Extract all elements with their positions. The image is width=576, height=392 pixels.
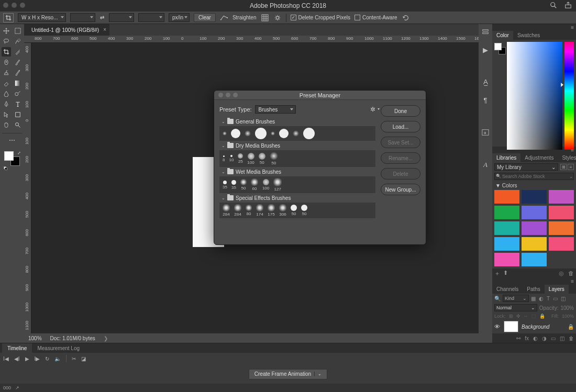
zoom-level[interactable]: 100% [28,335,42,341]
filter-type-icon[interactable]: T [547,296,550,301]
tab-measurement-log[interactable]: Measurement Log [32,343,85,353]
edit-toolbar-icon[interactable]: ⋯ [0,137,24,144]
dialog-traffic-lights[interactable] [218,93,238,97]
brush-preset[interactable]: 284 [234,204,241,217]
brush-preset[interactable]: 284 [223,204,230,217]
overlay-options-icon[interactable] [261,14,269,22]
history-panel-icon[interactable] [481,27,490,37]
tab-color[interactable]: Color [492,31,513,40]
brush-preset[interactable]: 25 [238,153,243,164]
tab-paths[interactable]: Paths [523,285,545,294]
brush-tool[interactable] [13,58,23,67]
clone-stamp-tool[interactable] [2,68,11,77]
blend-mode-dropdown[interactable]: Normal⌄ [494,304,537,311]
tab-timeline[interactable]: Timeline [2,343,32,353]
gradient-tool[interactable] [13,79,23,88]
library-swatch[interactable] [522,237,547,251]
brush-group-header[interactable]: ⌄Special Effects Brushes [219,193,375,203]
brush-group-header[interactable]: ⌄Wet Media Brushes [219,167,375,176]
brush-preset[interactable]: 60 [251,178,258,191]
audio-icon[interactable]: 🔈 [54,356,61,362]
type-tool[interactable] [13,99,23,109]
tab-styles[interactable]: Styles [558,153,576,162]
crop-tool-preset-icon[interactable] [3,13,14,23]
add-library-icon[interactable]: ＋ [494,270,500,277]
first-frame-icon[interactable]: I◀ [3,356,9,362]
brush-preset[interactable] [245,130,251,137]
brush-preset[interactable] [303,128,315,139]
rename-button[interactable]: Rename... [381,152,420,164]
preset-settings-icon[interactable]: ✲ [370,106,375,113]
quick-select-tool[interactable] [13,37,23,46]
document-tab[interactable]: Untitled-1 @ 100% (RGB/8#)× [24,24,109,36]
doc-info[interactable]: Doc: 1.01M/0 bytes [50,335,95,341]
crop-height-field[interactable] [109,13,134,22]
brush-preset[interactable]: 10 [229,155,234,162]
loop-icon[interactable]: ↻ [45,356,49,362]
tab-adjustments[interactable]: Adjustments [520,153,558,162]
marquee-tool[interactable] [13,26,23,36]
library-search-input[interactable]: Search Adobe Stock⌄ [494,173,574,180]
new-layer-icon[interactable]: ◫ [560,335,564,341]
split-icon[interactable]: ✂ [72,356,76,362]
preset-type-dropdown[interactable]: Brushes [255,105,296,114]
tab-libraries[interactable]: Libraries [492,153,520,162]
brush-preset[interactable] [231,129,240,138]
mask-icon[interactable]: ◐ [533,335,538,341]
library-swatch[interactable] [522,253,547,266]
color-panel[interactable] [492,40,576,147]
resolution-field[interactable] [138,13,164,22]
brush-preset[interactable]: 50 [240,179,247,191]
brush-preset[interactable] [223,131,227,136]
character-styles-panel-icon[interactable]: A [481,160,490,170]
crop-width-field[interactable] [70,13,95,22]
brush-preset[interactable]: 100 [247,153,254,165]
view-list-icon[interactable]: ≡ [568,164,574,170]
group-icon[interactable]: ▭ [551,335,556,341]
brush-preset[interactable]: 174 [256,204,263,217]
history-brush-tool[interactable] [13,68,23,77]
clear-button[interactable]: Clear [194,13,216,22]
panel-menu-icon[interactable]: ≡ [571,278,574,284]
layer-lock-icon[interactable]: 🔒 [568,324,574,330]
filter-adjust-icon[interactable]: ◐ [539,296,544,301]
prev-frame-icon[interactable]: ◀I [14,356,20,362]
brush-preset[interactable]: 306 [279,204,286,217]
glyphs-panel-icon[interactable]: ɑ [481,128,490,137]
visibility-icon[interactable]: 👁 [494,323,501,330]
brush-preset[interactable] [255,128,267,139]
unit-dropdown[interactable]: px/in [169,13,190,22]
brush-preset[interactable]: 35 [231,180,236,190]
window-traffic-lights[interactable] [3,3,25,8]
actions-panel-icon[interactable]: ▶ [481,45,490,54]
lock-position-icon[interactable]: ✜ [516,313,520,319]
tab-channels[interactable]: Channels [492,285,523,294]
filter-shape-icon[interactable]: ▭ [553,296,558,301]
filter-pixel-icon[interactable]: ▦ [531,296,536,301]
delete-cropped-checkbox[interactable]: ✓Delete Cropped Pixels [291,15,351,20]
brush-preset[interactable]: 35 [223,181,227,189]
panel-menu-icon[interactable]: ≡ [571,25,574,30]
swap-dimensions-icon[interactable]: ⇄ [99,14,105,21]
hand-tool[interactable] [2,120,11,130]
brush-preset[interactable]: 50 [301,205,307,216]
content-aware-checkbox[interactable]: Content-Aware [355,15,397,20]
dodge-tool[interactable] [13,89,23,98]
done-button[interactable]: Done [381,105,420,117]
library-swatch[interactable] [549,237,574,251]
path-select-tool[interactable] [2,110,11,119]
lasso-tool[interactable] [2,37,11,46]
aspect-preset-dropdown[interactable]: W x H x Reso... [18,13,66,22]
lock-nested-icon[interactable]: ⬚ [531,313,536,319]
load-button[interactable]: Load... [381,121,420,132]
healing-brush-tool[interactable] [2,58,11,67]
brush-preset[interactable]: 80 [246,205,252,216]
brush-preset[interactable]: 175 [268,204,275,217]
lock-all-icon[interactable]: ⊞ [509,313,513,319]
brush-preset[interactable]: 8 [223,155,225,162]
play-icon[interactable]: ▶ [25,356,29,362]
layer-thumbnail[interactable] [504,321,518,332]
brush-preset[interactable]: 50 [259,153,265,165]
new-group-button[interactable]: New Group... [381,184,420,195]
crop-tool[interactable] [2,47,11,57]
